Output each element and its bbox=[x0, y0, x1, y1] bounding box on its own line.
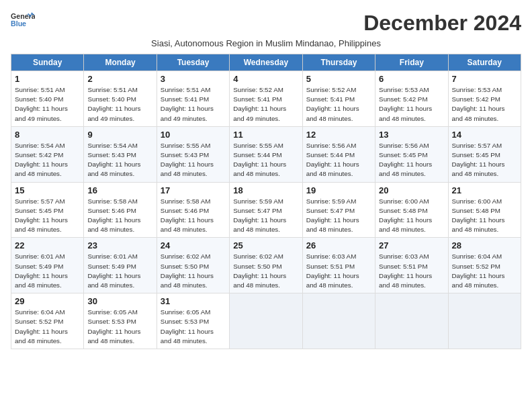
day-info: Sunrise: 6:01 AM Sunset: 5:49 PM Dayligh… bbox=[87, 252, 152, 290]
day-number: 27 bbox=[379, 240, 444, 250]
day-info: Sunrise: 5:58 AM Sunset: 5:46 PM Dayligh… bbox=[87, 197, 152, 235]
day-info: Sunrise: 6:03 AM Sunset: 5:51 PM Dayligh… bbox=[379, 252, 444, 290]
day-info: Sunrise: 6:04 AM Sunset: 5:52 PM Dayligh… bbox=[452, 252, 517, 290]
svg-text:Blue: Blue bbox=[11, 19, 26, 27]
calendar-cell: 10 Sunrise: 5:55 AM Sunset: 5:43 PM Dayl… bbox=[157, 126, 229, 182]
calendar-cell: 24 Sunrise: 6:02 AM Sunset: 5:50 PM Dayl… bbox=[157, 238, 229, 293]
calendar-cell: 7 Sunrise: 5:53 AM Sunset: 5:42 PM Dayli… bbox=[448, 71, 521, 127]
day-number: 20 bbox=[379, 185, 444, 195]
day-number: 14 bbox=[452, 130, 517, 140]
day-info: Sunrise: 5:57 AM Sunset: 5:45 PM Dayligh… bbox=[15, 197, 80, 235]
day-info: Sunrise: 6:00 AM Sunset: 5:48 PM Dayligh… bbox=[452, 197, 517, 235]
day-number: 1 bbox=[15, 74, 80, 84]
day-info: Sunrise: 5:58 AM Sunset: 5:46 PM Dayligh… bbox=[161, 197, 226, 235]
calendar-cell: 23 Sunrise: 6:01 AM Sunset: 5:49 PM Dayl… bbox=[84, 238, 157, 293]
day-info: Sunrise: 6:02 AM Sunset: 5:50 PM Dayligh… bbox=[233, 252, 298, 290]
day-info: Sunrise: 5:51 AM Sunset: 5:40 PM Dayligh… bbox=[87, 85, 152, 124]
day-number: 21 bbox=[452, 185, 517, 195]
day-number: 5 bbox=[306, 74, 371, 84]
calendar-cell: 2 Sunrise: 5:51 AM Sunset: 5:40 PM Dayli… bbox=[84, 71, 157, 127]
calendar-cell bbox=[302, 293, 375, 349]
day-info: Sunrise: 5:52 AM Sunset: 5:41 PM Dayligh… bbox=[233, 85, 298, 124]
day-info: Sunrise: 5:56 AM Sunset: 5:45 PM Dayligh… bbox=[379, 141, 444, 179]
page-header: General Blue December 2024 bbox=[11, 11, 521, 36]
calendar-cell: 9 Sunrise: 5:54 AM Sunset: 5:43 PM Dayli… bbox=[84, 126, 157, 182]
calendar-table: SundayMondayTuesdayWednesdayThursdayFrid… bbox=[11, 54, 521, 349]
calendar-cell: 30 Sunrise: 6:05 AM Sunset: 5:53 PM Dayl… bbox=[84, 293, 157, 349]
day-number: 11 bbox=[233, 130, 298, 140]
day-info: Sunrise: 6:05 AM Sunset: 5:53 PM Dayligh… bbox=[161, 308, 226, 346]
day-number: 4 bbox=[233, 74, 298, 84]
calendar-cell: 22 Sunrise: 6:01 AM Sunset: 5:49 PM Dayl… bbox=[11, 238, 84, 293]
calendar-cell: 29 Sunrise: 6:04 AM Sunset: 5:52 PM Dayl… bbox=[11, 293, 84, 349]
calendar-cell bbox=[230, 293, 302, 349]
calendar-cell: 3 Sunrise: 5:51 AM Sunset: 5:41 PM Dayli… bbox=[157, 71, 229, 127]
calendar-cell: 12 Sunrise: 5:56 AM Sunset: 5:44 PM Dayl… bbox=[302, 126, 375, 182]
weekday-header-thursday: Thursday bbox=[302, 54, 375, 71]
calendar-cell: 6 Sunrise: 5:53 AM Sunset: 5:42 PM Dayli… bbox=[375, 71, 448, 127]
day-info: Sunrise: 6:00 AM Sunset: 5:48 PM Dayligh… bbox=[379, 197, 444, 235]
calendar-cell: 31 Sunrise: 6:05 AM Sunset: 5:53 PM Dayl… bbox=[157, 293, 229, 349]
day-number: 26 bbox=[306, 240, 371, 250]
day-number: 19 bbox=[306, 185, 371, 195]
weekday-header-sunday: Sunday bbox=[11, 54, 84, 71]
calendar-cell: 21 Sunrise: 6:00 AM Sunset: 5:48 PM Dayl… bbox=[448, 182, 521, 238]
calendar-cell: 20 Sunrise: 6:00 AM Sunset: 5:48 PM Dayl… bbox=[375, 182, 448, 238]
day-number: 12 bbox=[306, 130, 371, 140]
day-number: 23 bbox=[87, 240, 152, 250]
calendar-cell: 4 Sunrise: 5:52 AM Sunset: 5:41 PM Dayli… bbox=[230, 71, 302, 127]
calendar-cell: 18 Sunrise: 5:59 AM Sunset: 5:47 PM Dayl… bbox=[230, 182, 302, 238]
day-number: 18 bbox=[233, 185, 298, 195]
weekday-header-saturday: Saturday bbox=[448, 54, 521, 71]
calendar-cell: 11 Sunrise: 5:55 AM Sunset: 5:44 PM Dayl… bbox=[230, 126, 302, 182]
day-info: Sunrise: 6:03 AM Sunset: 5:51 PM Dayligh… bbox=[306, 252, 371, 290]
day-number: 24 bbox=[161, 240, 226, 250]
day-number: 15 bbox=[15, 185, 80, 195]
logo: General Blue bbox=[11, 11, 35, 30]
day-number: 10 bbox=[161, 130, 226, 140]
day-info: Sunrise: 5:55 AM Sunset: 5:43 PM Dayligh… bbox=[161, 141, 226, 179]
day-number: 13 bbox=[379, 130, 444, 140]
day-info: Sunrise: 5:54 AM Sunset: 5:42 PM Dayligh… bbox=[15, 141, 80, 179]
weekday-header-wednesday: Wednesday bbox=[230, 54, 302, 71]
day-info: Sunrise: 5:59 AM Sunset: 5:47 PM Dayligh… bbox=[233, 197, 298, 235]
day-number: 2 bbox=[87, 74, 152, 84]
day-number: 29 bbox=[15, 296, 80, 306]
day-info: Sunrise: 5:59 AM Sunset: 5:47 PM Dayligh… bbox=[306, 197, 371, 235]
day-info: Sunrise: 5:51 AM Sunset: 5:41 PM Dayligh… bbox=[161, 85, 226, 124]
logo-icon: General Blue bbox=[11, 11, 35, 27]
day-info: Sunrise: 6:05 AM Sunset: 5:53 PM Dayligh… bbox=[87, 308, 152, 346]
calendar-cell: 27 Sunrise: 6:03 AM Sunset: 5:51 PM Dayl… bbox=[375, 238, 448, 293]
calendar-cell: 16 Sunrise: 5:58 AM Sunset: 5:46 PM Dayl… bbox=[84, 182, 157, 238]
day-info: Sunrise: 5:54 AM Sunset: 5:43 PM Dayligh… bbox=[87, 141, 152, 179]
day-info: Sunrise: 5:53 AM Sunset: 5:42 PM Dayligh… bbox=[379, 85, 444, 124]
day-number: 22 bbox=[15, 240, 80, 250]
day-info: Sunrise: 5:55 AM Sunset: 5:44 PM Dayligh… bbox=[233, 141, 298, 179]
subtitle: Siasi, Autonomous Region in Muslim Minda… bbox=[11, 38, 521, 48]
calendar-cell: 17 Sunrise: 5:58 AM Sunset: 5:46 PM Dayl… bbox=[157, 182, 229, 238]
day-number: 28 bbox=[452, 240, 517, 250]
day-number: 31 bbox=[161, 296, 226, 306]
weekday-header-friday: Friday bbox=[375, 54, 448, 71]
day-info: Sunrise: 6:04 AM Sunset: 5:52 PM Dayligh… bbox=[15, 308, 80, 346]
calendar-cell: 1 Sunrise: 5:51 AM Sunset: 5:40 PM Dayli… bbox=[11, 71, 84, 127]
calendar-cell: 25 Sunrise: 6:02 AM Sunset: 5:50 PM Dayl… bbox=[230, 238, 302, 293]
day-number: 25 bbox=[233, 240, 298, 250]
month-title: December 2024 bbox=[363, 11, 521, 36]
calendar-cell: 5 Sunrise: 5:52 AM Sunset: 5:41 PM Dayli… bbox=[302, 71, 375, 127]
day-info: Sunrise: 5:51 AM Sunset: 5:40 PM Dayligh… bbox=[15, 85, 80, 124]
calendar-cell: 13 Sunrise: 5:56 AM Sunset: 5:45 PM Dayl… bbox=[375, 126, 448, 182]
day-number: 3 bbox=[161, 74, 226, 84]
day-info: Sunrise: 5:53 AM Sunset: 5:42 PM Dayligh… bbox=[452, 85, 517, 124]
day-number: 8 bbox=[15, 130, 80, 140]
weekday-header-monday: Monday bbox=[84, 54, 157, 71]
day-number: 16 bbox=[87, 185, 152, 195]
calendar-cell: 14 Sunrise: 5:57 AM Sunset: 5:45 PM Dayl… bbox=[448, 126, 521, 182]
calendar-cell bbox=[448, 293, 521, 349]
day-info: Sunrise: 6:01 AM Sunset: 5:49 PM Dayligh… bbox=[15, 252, 80, 290]
day-number: 9 bbox=[87, 130, 152, 140]
calendar-cell: 26 Sunrise: 6:03 AM Sunset: 5:51 PM Dayl… bbox=[302, 238, 375, 293]
day-info: Sunrise: 5:52 AM Sunset: 5:41 PM Dayligh… bbox=[306, 85, 371, 124]
day-info: Sunrise: 5:57 AM Sunset: 5:45 PM Dayligh… bbox=[452, 141, 517, 179]
calendar-cell: 15 Sunrise: 5:57 AM Sunset: 5:45 PM Dayl… bbox=[11, 182, 84, 238]
